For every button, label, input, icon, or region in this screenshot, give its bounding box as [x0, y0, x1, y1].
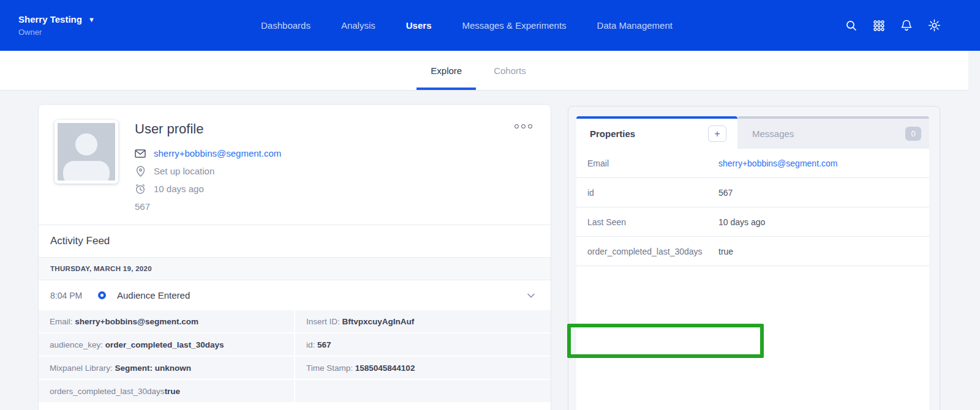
- profile-id: 567: [135, 198, 281, 215]
- tab-messages[interactable]: Messages 0: [737, 116, 929, 149]
- chevron-down-icon[interactable]: [527, 293, 535, 298]
- envelope-icon: [135, 148, 146, 159]
- nav-item-messages-experiments[interactable]: Messages & Experiments: [462, 20, 566, 31]
- user-profile-card: User profile sherry+bobbins@segment.com: [38, 104, 551, 410]
- event-detail-cell: audience_key: order_completed_last_30day…: [39, 334, 294, 356]
- tab-cohorts[interactable]: Cohorts: [494, 51, 526, 90]
- messages-count-badge: 0: [905, 127, 921, 141]
- tab-properties-label: Properties: [590, 129, 635, 139]
- properties-panel: Properties + Messages 0 Email sherry+bob…: [568, 106, 940, 410]
- profile-last-seen-row: 10 days ago: [135, 180, 281, 198]
- profile-info: User profile sherry+bobbins@segment.com: [135, 120, 281, 209]
- top-navigation-bar: Sherry Testing ▼ Owner Dashboards Analys…: [0, 0, 980, 51]
- property-row: id 567: [576, 178, 929, 207]
- workspace-role: Owner: [18, 28, 95, 37]
- tab-properties[interactable]: Properties +: [576, 116, 737, 149]
- nav-item-data-management[interactable]: Data Management: [597, 20, 673, 31]
- topbar-icons: [845, 19, 980, 32]
- activity-feed-header: Activity Feed: [39, 225, 551, 258]
- alarm-clock-icon: [135, 184, 146, 195]
- notifications-icon[interactable]: [900, 19, 913, 32]
- event-detail-cell: orders_completed_last_30daystrue: [39, 380, 294, 402]
- nav-item-dashboards[interactable]: Dashboards: [261, 20, 311, 31]
- profile-location[interactable]: Set up location: [154, 166, 214, 176]
- activity-event-row[interactable]: 8:04 PM Audience Entered: [39, 280, 551, 310]
- event-name: Audience Entered: [117, 290, 190, 300]
- property-row: Email sherry+bobbins@segment.com: [576, 149, 929, 178]
- property-email-link[interactable]: sherry+bobbins@segment.com: [718, 158, 837, 168]
- settings-icon[interactable]: [927, 19, 941, 32]
- users-subtabs: Explore Cohorts: [0, 51, 968, 91]
- more-options-icon[interactable]: [514, 124, 532, 129]
- nav-item-analysis[interactable]: Analysis: [341, 20, 375, 31]
- profile-email-link[interactable]: sherry+bobbins@segment.com: [154, 148, 281, 158]
- event-detail-cell: id: 567: [295, 334, 551, 356]
- properties-table: Email sherry+bobbins@segment.com id 567 …: [576, 149, 929, 266]
- event-detail-cell: Mixpanel Library: Segment: unknown: [39, 357, 294, 379]
- event-details-table: Email: sherry+bobbins@segment.com Insert…: [39, 310, 551, 402]
- search-icon[interactable]: [845, 19, 858, 32]
- profile-location-row: Set up location: [135, 162, 281, 180]
- tab-explore-label: Explore: [431, 65, 462, 76]
- event-detail-cell: Email: sherry+bobbins@segment.com: [39, 310, 294, 332]
- properties-panel-empty-area: [576, 266, 929, 410]
- profile-last-seen: 10 days ago: [154, 184, 204, 194]
- nav-item-users[interactable]: Users: [406, 20, 432, 31]
- event-type-icon: [98, 291, 106, 299]
- profile-title: User profile: [135, 121, 281, 137]
- event-detail-cell: [295, 380, 551, 402]
- active-tab-underline: [417, 88, 476, 90]
- tab-messages-label: Messages: [752, 129, 794, 139]
- activity-feed-title: Activity Feed: [50, 235, 110, 247]
- tab-cohorts-label: Cohorts: [494, 65, 526, 76]
- main-content: User profile sherry+bobbins@segment.com: [0, 91, 980, 410]
- properties-panel-tabs: Properties + Messages 0: [576, 116, 929, 149]
- profile-email-row: sherry+bobbins@segment.com: [135, 144, 281, 162]
- property-row-highlighted: order_completed_last_30days true: [576, 237, 929, 266]
- avatar-silhouette-body: [63, 161, 110, 184]
- event-time: 8:04 PM: [50, 291, 89, 300]
- workspace-name[interactable]: Sherry Testing: [18, 14, 82, 24]
- avatar-silhouette-head: [75, 133, 97, 155]
- property-row: Last Seen 10 days ago: [576, 207, 929, 237]
- workspace-switcher[interactable]: Sherry Testing ▼ Owner: [0, 14, 95, 37]
- activity-date-header: THURSDAY, MARCH 19, 2020: [39, 258, 551, 280]
- primary-nav: Dashboards Analysis Users Messages & Exp…: [261, 0, 673, 51]
- avatar: [55, 120, 118, 184]
- event-detail-cell: Time Stamp: 1585045844102: [295, 357, 551, 379]
- profile-section: User profile sherry+bobbins@segment.com: [39, 105, 551, 225]
- location-pin-icon: [135, 166, 146, 177]
- tab-explore[interactable]: Explore: [431, 51, 462, 90]
- add-property-button[interactable]: +: [708, 125, 726, 142]
- event-detail-cell: Insert ID: BftvpxcuyAgInAuf: [295, 310, 551, 332]
- apps-grid-icon[interactable]: [872, 19, 886, 32]
- chevron-down-icon: ▼: [88, 16, 95, 23]
